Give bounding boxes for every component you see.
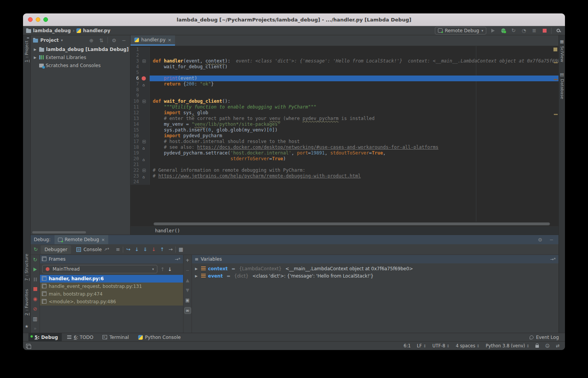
tab-debugger[interactable]: Debugger [41, 245, 71, 254]
run-to-cursor-icon[interactable]: → [167, 246, 174, 253]
stack-frame-row[interactable]: <module>, bootstrap.py:486 [40, 298, 183, 306]
fold-marker[interactable]: − [142, 100, 146, 103]
minimize-window-button[interactable] [36, 17, 40, 22]
debug-session-tab[interactable]: Remote Debug × [55, 235, 109, 244]
coverage-icon[interactable]: ↻ [510, 27, 517, 35]
focus-icon[interactable]: →* [550, 257, 556, 262]
code-text[interactable]: wait_for_debug_client() [150, 64, 558, 70]
code-text[interactable]: import pydevd_pycharm [150, 133, 558, 139]
lock-icon[interactable] [535, 345, 539, 348]
gutter[interactable]: 15 [130, 127, 150, 133]
move-down-icon[interactable]: ▼ [185, 287, 191, 293]
gutter-markers[interactable] [140, 127, 148, 133]
stop-icon[interactable] [32, 286, 39, 293]
remove-watch-icon[interactable]: − [185, 267, 191, 273]
code-text[interactable]: return {200: "ok"} [150, 81, 558, 87]
code-text[interactable]: pydevd_pycharm.settrace('host.docker.int… [150, 150, 558, 156]
tab-handler-py[interactable]: handler.py × [130, 35, 175, 46]
hamburger-icon[interactable]: ≡ [195, 256, 198, 262]
code-text[interactable]: # https://www.jetbrains.com/help/pycharm… [150, 173, 558, 179]
previous-frame-icon[interactable]: ↑ [160, 266, 165, 272]
gutter[interactable]: 6 [130, 76, 150, 81]
variable-row[interactable]: ▶context = {LambdaContext} <__main__.Lam… [192, 265, 558, 272]
gutter-markers[interactable] [140, 87, 148, 93]
search-icon[interactable] [554, 27, 562, 35]
run-configuration-select[interactable]: Remote Debug ▾ [435, 27, 486, 35]
mute-breakpoints-icon[interactable]: ⊘ [32, 306, 39, 312]
status-item[interactable]: LF↕ [417, 343, 426, 348]
sidebar-item-structure[interactable]: 7: Structure [24, 254, 29, 281]
code-text[interactable]: import sys, glob [150, 110, 558, 116]
gutter-markers[interactable] [140, 122, 148, 127]
move-up-icon[interactable]: ▲ [185, 277, 191, 283]
gutter[interactable]: 23⌂ [130, 173, 150, 179]
step-over-icon[interactable]: ↪ [125, 246, 132, 253]
profiler-icon[interactable]: ◔ [520, 27, 528, 35]
gutter-markers[interactable]: − [140, 99, 148, 104]
editor-breadcrumb[interactable]: handler() [130, 226, 558, 235]
layout-icon[interactable]: ≡ [114, 246, 121, 253]
code-text[interactable] [150, 70, 558, 76]
concurrency-icon[interactable]: ≣ [530, 27, 538, 35]
code-text[interactable]: # General information on remote debuggin… [150, 168, 558, 173]
gutter[interactable]: 20⌂ [130, 156, 150, 162]
show-watches-icon[interactable]: ∞ [184, 307, 191, 314]
code-text[interactable]: my_venv = "venv/lib/python*/site-package… [150, 122, 558, 127]
more-icon[interactable]: » [32, 325, 39, 332]
error-stripe-mark[interactable] [554, 79, 558, 80]
code-text[interactable]: # enter the correct path here to your ve… [150, 116, 558, 122]
close-icon[interactable]: × [101, 237, 105, 242]
code-text[interactable]: sys.path.insert(0, glob.glob(my_venv)[0]… [150, 127, 558, 133]
sidebar-item-favorites[interactable]: 2: Favorites [24, 289, 29, 316]
inspection-status-icon[interactable] [553, 48, 557, 51]
error-stripe-mark[interactable] [554, 114, 558, 115]
hide-icon[interactable]: − [120, 36, 128, 44]
gutter[interactable]: 9 [130, 93, 150, 99]
gutter-markers[interactable] [140, 53, 148, 58]
gutter[interactable]: 17− [130, 139, 150, 145]
gutter[interactable]: 3− [130, 58, 150, 64]
step-into-icon[interactable]: ↓ [133, 246, 140, 253]
run-icon[interactable] [489, 27, 497, 35]
gutter-markers[interactable]: ⌂ [140, 156, 148, 162]
code-text[interactable]: """Utility function to enable debugging … [150, 104, 558, 110]
code-text[interactable] [150, 47, 558, 53]
gutter-markers[interactable] [140, 47, 148, 53]
gutter-markers[interactable]: ⌂ [140, 145, 148, 150]
sidebar-item-database[interactable]: ▤ Database [560, 72, 565, 99]
gutter[interactable]: 2 [130, 53, 150, 58]
code-text[interactable] [150, 53, 558, 58]
gutter-markers[interactable] [140, 133, 148, 139]
tool-window-switcher-icon[interactable] [26, 344, 30, 348]
expand-arrow-icon[interactable]: ▶ [33, 56, 37, 59]
gutter[interactable]: 10− [130, 99, 150, 104]
stack-frame-row[interactable]: handler, handler.py:6 [40, 275, 183, 283]
gutter[interactable]: 18⌂ [130, 145, 150, 150]
pause-icon[interactable] [32, 276, 39, 283]
expand-arrow-icon[interactable]: ▶ [195, 274, 199, 278]
gutter-markers[interactable]: − [140, 58, 148, 64]
debug-icon[interactable] [499, 27, 507, 35]
gutter-markers[interactable] [140, 76, 148, 81]
gutter[interactable]: 7⌂ [130, 81, 150, 87]
gutter[interactable]: 22− [130, 168, 150, 173]
stop-icon[interactable] [541, 27, 548, 35]
duplicate-icon[interactable]: ▣ [185, 297, 191, 303]
code-text[interactable] [150, 179, 558, 185]
tool-tab-debug[interactable]: 5: Debug [28, 333, 62, 342]
gutter[interactable]: 4 [130, 64, 150, 70]
gutter[interactable]: 12 [130, 110, 150, 116]
gutter[interactable]: 14 [130, 122, 150, 127]
gutter[interactable]: 11 [130, 104, 150, 110]
code-text[interactable]: # host.docker.internal should resolve to… [150, 139, 558, 145]
locate-icon[interactable]: ⊕ [88, 36, 95, 44]
step-into-my-code-icon[interactable]: ↓ [150, 246, 157, 253]
sidebar-item-project[interactable]: 1: Project [24, 41, 29, 62]
rerun-icon[interactable]: ↻ [32, 246, 39, 253]
gutter[interactable]: 13 [130, 116, 150, 122]
gutter[interactable]: 1 [130, 47, 150, 53]
gutter-markers[interactable]: ⌂ [140, 173, 148, 179]
expand-arrow-icon[interactable]: ▶ [195, 267, 199, 271]
breakpoint-dot[interactable] [142, 76, 146, 81]
code-text[interactable]: # see also: https://docs.docker.com/desk… [150, 145, 558, 150]
